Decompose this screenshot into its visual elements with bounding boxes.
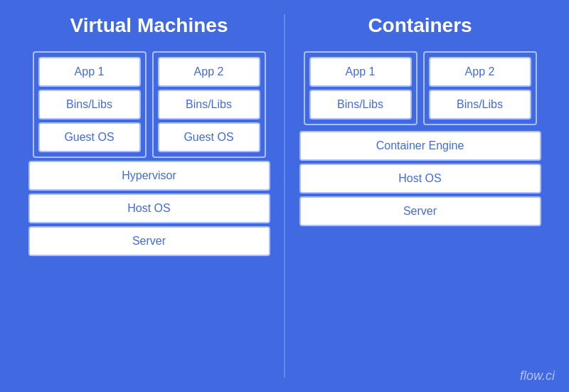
vm-title: Virtual Machines	[70, 14, 228, 37]
container1-app: App 1	[309, 57, 412, 87]
vm2-os: Guest OS	[158, 122, 260, 152]
main-container: Virtual Machines App 1 Bins/Libs Guest O…	[0, 0, 569, 392]
vm2-box: App 2 Bins/Libs Guest OS	[152, 51, 266, 158]
container-engine: Container Engine	[299, 131, 541, 161]
containers-title: Containers	[368, 14, 472, 37]
container1-bins: Bins/Libs	[309, 90, 412, 120]
vm1-box: App 1 Bins/Libs Guest OS	[33, 51, 147, 158]
container2-app: App 2	[429, 57, 531, 87]
vm-server: Server	[28, 226, 270, 256]
containers-section: Containers App 1 Bins/Libs App 2 Bins/Li…	[292, 14, 548, 378]
container1-box: App 1 Bins/Libs	[304, 51, 418, 125]
section-divider	[284, 14, 285, 378]
container2-bins: Bins/Libs	[429, 90, 531, 120]
vm-host-os: Host OS	[28, 194, 270, 223]
containers-host-os: Host OS	[299, 164, 541, 194]
vm1-bins: Bins/Libs	[38, 90, 141, 120]
watermark: flow.ci	[520, 369, 555, 383]
container2-box: App 2 Bins/Libs	[423, 51, 537, 125]
vm2-bins: Bins/Libs	[158, 90, 260, 120]
vm-section: Virtual Machines App 1 Bins/Libs Guest O…	[21, 14, 277, 378]
containers-apps-row: App 1 Bins/Libs App 2 Bins/Libs	[292, 51, 548, 125]
vm1-os: Guest OS	[38, 122, 141, 152]
vm-vms-row: App 1 Bins/Libs Guest OS App 2 Bins/Libs…	[21, 51, 277, 158]
vm-stack: App 1 Bins/Libs Guest OS App 2 Bins/Libs…	[21, 51, 277, 256]
vm-hypervisor: Hypervisor	[28, 161, 270, 191]
vm1-app: App 1	[38, 57, 141, 87]
containers-stack: App 1 Bins/Libs App 2 Bins/Libs Containe…	[292, 51, 548, 226]
vm2-app: App 2	[158, 57, 260, 87]
containers-server: Server	[299, 196, 541, 226]
